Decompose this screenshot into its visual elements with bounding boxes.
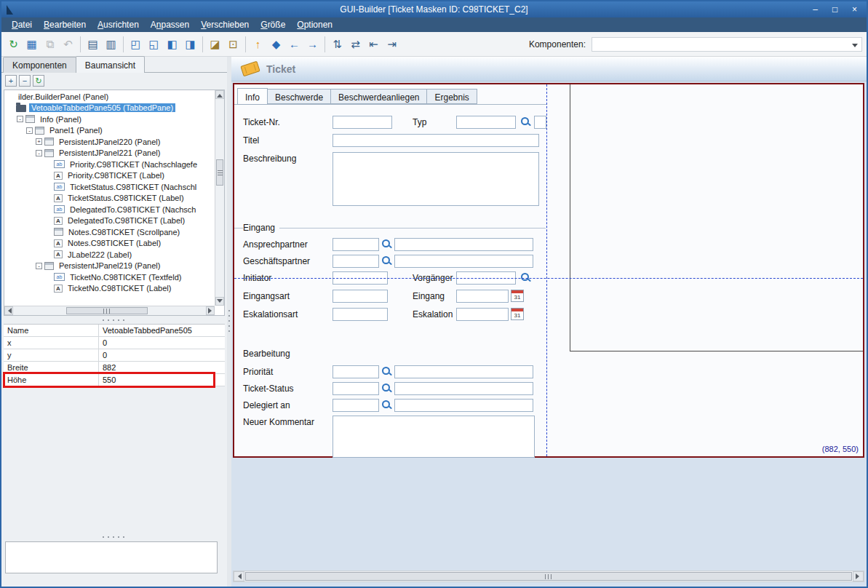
calendar-button[interactable]: 31 — [511, 308, 524, 320]
lookup-icon[interactable] — [382, 239, 392, 250]
lookup-icon[interactable] — [521, 117, 531, 127]
design-panel[interactable]: InfoBeschwerdeBeschwerdeanliegenErgebnis… — [233, 83, 864, 458]
eskalationsart-input[interactable] — [333, 308, 388, 321]
menu-item-ausrichten[interactable]: Ausrichten — [92, 18, 145, 31]
tab-baumansicht[interactable]: Baumansicht — [76, 56, 145, 73]
scrollbar-thumb[interactable] — [216, 159, 223, 186]
lookup-icon[interactable] — [382, 256, 392, 266]
eingang-input[interactable] — [456, 290, 509, 303]
ticket-status-input[interactable] — [333, 382, 379, 395]
refresh-tree-button[interactable]: ↻ — [33, 75, 44, 87]
eingangsart-input[interactable] — [333, 290, 388, 303]
property-value[interactable]: VetoableTabbedPane505 — [99, 325, 225, 336]
tree-item[interactable]: abTicketNo.C98TICKET (Textfeld) — [4, 271, 214, 283]
typ-input[interactable] — [456, 116, 516, 129]
form-tab-beschwerde[interactable]: Beschwerde — [267, 89, 331, 104]
panel-bottom-button[interactable]: ◱ — [145, 35, 163, 53]
tree-item[interactable]: -PersistentJPanel221 (Panel) — [4, 148, 214, 159]
delegiert-an-text[interactable] — [394, 399, 533, 412]
menu-item-anpassen[interactable]: Anpassen — [145, 18, 195, 31]
component-tree-button[interactable]: ▤ — [84, 35, 102, 53]
tree-item[interactable]: ADelegatedTo.C98TICKET (Label) — [4, 215, 214, 227]
tree-item[interactable]: abDelegatedTo.C98TICKET (Nachsch — [4, 204, 214, 215]
move-left-button[interactable]: ← — [285, 35, 303, 53]
lookup-icon[interactable] — [382, 367, 392, 377]
beschreibung-textarea[interactable] — [333, 152, 539, 206]
scroll-down-button[interactable] — [215, 297, 224, 306]
calendar-button[interactable]: 31 — [511, 290, 524, 302]
komponenten-combobox[interactable] — [592, 37, 862, 52]
scroll-up-button[interactable] — [215, 90, 224, 99]
gesch-ftspartner-input[interactable] — [333, 255, 379, 268]
tree-item[interactable]: -Panel1 (Panel) — [4, 125, 214, 137]
neuer-kommentar-textarea[interactable] — [333, 416, 535, 458]
scroll-right-button[interactable] — [206, 306, 215, 315]
menu-item-datei[interactable]: Datei — [6, 18, 38, 31]
menu-item-optionen[interactable]: Optionen — [291, 18, 338, 31]
expand-all-button[interactable]: + — [5, 75, 17, 87]
snap-right-button[interactable]: ⇥ — [383, 35, 401, 53]
paste-region-button[interactable]: ⊡ — [224, 35, 242, 53]
tree-item[interactable]: +PersistentJPanel220 (Panel) — [4, 136, 214, 148]
tree-vertical-scrollbar[interactable] — [215, 90, 224, 306]
ticket-nr-input[interactable] — [333, 116, 392, 129]
tree-expander-icon[interactable]: - — [26, 127, 33, 134]
lookup-icon[interactable] — [382, 400, 392, 410]
property-value[interactable]: 0 — [99, 337, 225, 349]
tree-expander-icon[interactable]: - — [36, 150, 42, 156]
close-button[interactable]: × — [845, 1, 864, 17]
form-tab-info[interactable]: Info — [237, 88, 268, 105]
scroll-left-button[interactable] — [234, 571, 244, 581]
tree-item[interactable]: ANotes.C98TICKET (Label) — [4, 238, 214, 250]
tree-expander-icon[interactable]: + — [36, 138, 42, 145]
tree-item[interactable]: VetoableTabbedPane505 (TabbedPane) — [4, 103, 214, 114]
titel-input[interactable] — [333, 134, 539, 147]
tree-item[interactable]: AJLabel222 (Label) — [4, 249, 214, 261]
form-tab-ergebnis[interactable]: Ergebnis — [426, 89, 477, 104]
property-value[interactable]: 882 — [99, 362, 225, 373]
scroll-right-button[interactable] — [853, 571, 864, 581]
ticket-status-text[interactable] — [394, 382, 533, 395]
tree-expander-icon[interactable]: - — [36, 263, 42, 269]
scrollbar-thumb[interactable] — [66, 307, 148, 314]
size-height-button[interactable]: ⇅ — [328, 35, 346, 53]
minimize-button[interactable]: – — [805, 1, 825, 17]
tree-item[interactable]: -PersistentJPanel219 (Panel) — [4, 261, 214, 272]
menu-item-verschieben[interactable]: Verschieben — [195, 18, 255, 31]
snap-left-button[interactable]: ⇤ — [365, 35, 383, 53]
tree-item[interactable]: ATicketStatus.C98TICKET (Label) — [4, 193, 214, 204]
menu-item-gr-e[interactable]: Größe — [255, 18, 291, 31]
component-chart-button[interactable]: ▥ — [102, 35, 120, 53]
delegiert-an-input[interactable] — [333, 399, 379, 412]
ansprechpartner-input[interactable] — [333, 238, 379, 251]
move-right-button[interactable]: → — [303, 35, 322, 53]
lookup-icon[interactable] — [382, 384, 392, 394]
save-button[interactable]: ▦ — [23, 35, 41, 53]
undo-button[interactable]: ↶ — [59, 35, 77, 53]
refresh-button[interactable]: ↻ — [4, 35, 23, 53]
align-left-button[interactable]: ◧ — [163, 35, 181, 53]
cut-region-button[interactable]: ◪ — [206, 35, 224, 53]
priorit-t-text[interactable] — [394, 365, 533, 378]
tree-item[interactable]: ATicketNo.C98TICKET (Label) — [4, 283, 214, 295]
move-up-button[interactable]: ↑ — [249, 35, 267, 53]
form-tab-beschwerdeanliegen[interactable]: Beschwerdeanliegen — [330, 89, 427, 104]
tree-item[interactable]: Notes.C98TICKET (Scrollpane) — [4, 226, 214, 238]
scrollbar-thumb[interactable] — [245, 572, 852, 581]
designer-horizontal-scrollbar[interactable] — [233, 571, 864, 582]
tree-item[interactable]: ilder.BuilderPanel (Panel) — [4, 91, 214, 103]
shield-button[interactable]: ◆ — [267, 35, 285, 53]
size-width-button[interactable]: ⇄ — [346, 35, 365, 53]
typ-extra-box[interactable] — [534, 116, 546, 129]
property-value[interactable]: 0 — [99, 349, 225, 361]
eskalation-input[interactable] — [456, 308, 509, 321]
menu-item-bearbeiten[interactable]: Bearbeiten — [38, 18, 92, 31]
copy-button[interactable]: ⧉ — [41, 35, 59, 53]
splitter-handle[interactable] — [1, 533, 227, 540]
tab-komponenten[interactable]: Komponenten — [3, 57, 76, 73]
splitter-handle[interactable] — [1, 317, 227, 323]
tree-item[interactable]: -Info (Panel) — [4, 114, 214, 125]
tree-item[interactable]: abTicketStatus.C98TICKET (Nachschl — [4, 181, 214, 193]
gesch-ftspartner-text[interactable] — [394, 255, 533, 268]
panel-top-button[interactable]: ◰ — [127, 35, 145, 53]
